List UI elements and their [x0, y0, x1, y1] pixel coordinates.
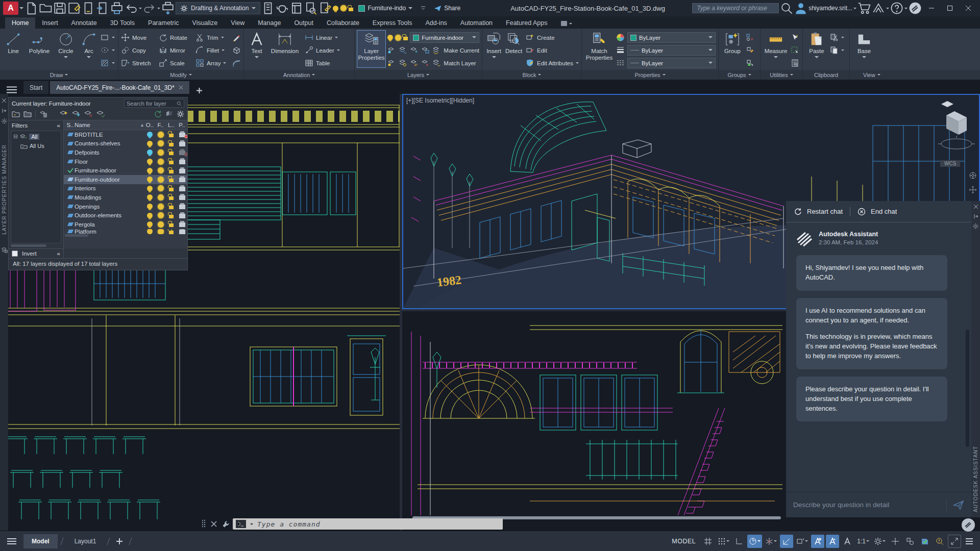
layer-row[interactable]: Openings — [64, 202, 187, 211]
search-icon[interactable] — [780, 2, 793, 15]
close-tab-icon[interactable] — [179, 85, 183, 90]
workspace-caret[interactable] — [252, 7, 256, 11]
insert-block-button[interactable]: Insert — [485, 31, 503, 60]
explode-button[interactable] — [232, 44, 241, 56]
annotation-scale-value[interactable]: 1:1 — [855, 535, 871, 548]
annotation-visibility-toggle[interactable] — [811, 535, 824, 548]
qat-layer-chip[interactable]: Furniture-indo — [333, 3, 415, 14]
assistant-launcher[interactable] — [962, 518, 975, 532]
sheet-icon[interactable] — [261, 2, 275, 15]
layer-thaw-sun-icon[interactable] — [340, 5, 347, 11]
new-layout-icon[interactable] — [113, 538, 126, 545]
lock-icon[interactable] — [169, 152, 174, 155]
stretch-button[interactable]: Stretch — [121, 57, 158, 69]
lock-icon[interactable] — [169, 196, 174, 200]
bulb-icon[interactable] — [147, 149, 153, 155]
qat-more-caret[interactable] — [416, 2, 430, 15]
freeze-icon[interactable] — [158, 140, 164, 146]
layer-chip-caret[interactable] — [408, 7, 412, 11]
move-pan-icon[interactable] — [889, 535, 902, 548]
palette-settings-icon[interactable] — [2, 118, 7, 124]
print-icon[interactable] — [110, 2, 124, 15]
sun-icon[interactable] — [395, 35, 401, 41]
dimension-button[interactable]: Dimension — [269, 31, 301, 55]
cut-button[interactable] — [830, 32, 844, 43]
arc-button[interactable]: Arc — [79, 31, 99, 60]
tab-3d-tools[interactable]: 3D Tools — [104, 17, 141, 29]
bulb-icon[interactable] — [147, 186, 153, 191]
ribbon-options-icon[interactable] — [554, 18, 579, 29]
command-input[interactable]: Type a command — [233, 518, 503, 530]
bulb-icon[interactable] — [147, 159, 153, 164]
erase-button[interactable] — [232, 32, 241, 43]
toggle-override-icon[interactable] — [165, 111, 173, 117]
circle-button[interactable]: Circle — [55, 31, 77, 60]
layer-row[interactable]: Counters-shelves — [64, 139, 187, 148]
panel-label-layers[interactable]: Layers — [355, 70, 482, 80]
lock-icon[interactable] — [169, 188, 174, 191]
autodesk-apps-icon[interactable] — [872, 2, 885, 15]
start-tab[interactable]: Start — [23, 81, 48, 94]
freeze-icon[interactable] — [158, 167, 164, 173]
autoscale-annotations-toggle[interactable] — [826, 535, 839, 548]
properties-panel-icon[interactable] — [290, 2, 303, 15]
new-layer-vp-frozen-icon[interactable] — [72, 110, 81, 118]
table-tool[interactable]: Table — [305, 57, 340, 69]
freeze-icon[interactable] — [158, 132, 164, 138]
new-property-filter-icon[interactable] — [12, 111, 20, 118]
lock-icon[interactable] — [169, 161, 174, 164]
plot-icon[interactable] — [82, 2, 95, 15]
panel-label-modify[interactable]: Modify — [118, 70, 243, 80]
lock-icon[interactable] — [403, 37, 408, 40]
polar-tracking-toggle[interactable] — [747, 535, 762, 548]
object-color-row[interactable]: ByLayer — [616, 32, 716, 43]
search-input[interactable]: Type a keyword or phrase — [692, 3, 779, 13]
tab-home[interactable]: Home — [5, 17, 35, 29]
tab-automation[interactable]: Automation — [454, 17, 499, 29]
workspace-gear-icon[interactable] — [872, 535, 887, 548]
panel-label-groups[interactable]: Groups — [719, 70, 760, 80]
copy-button[interactable]: Copy — [121, 44, 158, 56]
end-chat-button[interactable]: End chat — [871, 208, 897, 215]
viewport-label[interactable]: [+][SE Isometric][Hidden] — [406, 97, 474, 104]
panel-label-clipboard[interactable]: Clipboard — [803, 70, 849, 80]
command-prompt-icon[interactable] — [236, 520, 246, 528]
help-icon[interactable] — [890, 2, 903, 15]
mirror-button[interactable]: Mirror — [159, 44, 194, 56]
assistant-icon[interactable] — [909, 2, 922, 15]
dynamic-input-toggle[interactable] — [795, 535, 810, 548]
plot-icon[interactable] — [179, 230, 185, 234]
panel-label-utilities[interactable]: Utilities — [761, 70, 802, 80]
undo-icon[interactable] — [125, 2, 138, 15]
bulb-icon[interactable] — [147, 204, 153, 209]
panel-label-properties[interactable]: Properties — [582, 70, 718, 80]
tab-output[interactable]: Output — [287, 17, 320, 29]
collapse-icon[interactable]: « — [57, 251, 60, 257]
palette-layers-icon[interactable] — [1, 246, 8, 253]
share-button[interactable]: Share — [431, 2, 463, 14]
layer-dropdown[interactable]: Furniture-indoor — [387, 32, 479, 43]
layer-row[interactable]: Defpoints — [64, 148, 187, 157]
layer-row-current[interactable]: Furniture-indoor — [64, 166, 187, 175]
lock-icon[interactable] — [169, 231, 174, 234]
object-snap-tracking-toggle[interactable] — [780, 535, 793, 548]
bulb-icon[interactable] — [387, 35, 393, 40]
plot-icon[interactable] — [179, 214, 185, 218]
settings-gear-icon[interactable] — [177, 110, 184, 118]
graphics-performance-icon[interactable] — [918, 535, 932, 548]
move-button[interactable]: Move — [121, 32, 158, 43]
ellipse-tool[interactable] — [101, 44, 115, 56]
layer-row[interactable]: Interiors — [64, 184, 187, 193]
freeze-icon[interactable] — [158, 185, 164, 191]
new-layer-icon[interactable] — [60, 110, 68, 118]
hatch-tool[interactable] — [101, 57, 115, 69]
undo-caret[interactable] — [139, 8, 142, 11]
bulb-icon[interactable] — [147, 168, 153, 173]
status-menu-icon[interactable] — [0, 538, 23, 545]
plot-icon[interactable] — [179, 187, 185, 191]
close-button[interactable] — [960, 2, 977, 15]
tab-featured-apps[interactable]: Featured Apps — [499, 17, 554, 29]
command-tools-icon[interactable] — [222, 520, 230, 528]
layer-unlock-icon[interactable] — [349, 8, 353, 11]
lock-icon[interactable] — [169, 170, 174, 173]
